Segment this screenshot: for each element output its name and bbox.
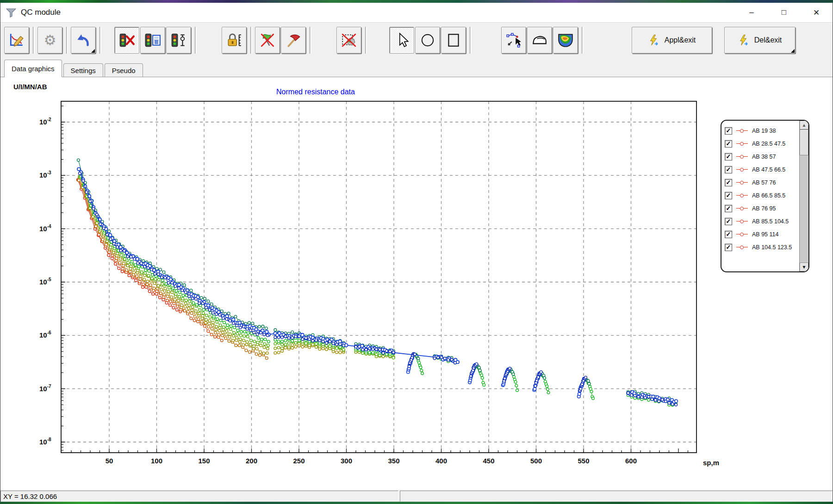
set-flag-button[interactable] xyxy=(281,27,306,54)
edit-graph-button[interactable] xyxy=(4,27,29,54)
legend-item[interactable]: ✓AB 28.5 47.5 xyxy=(725,137,799,150)
circle-select-icon xyxy=(419,32,436,49)
apply-exit-label: Appl&exit xyxy=(665,36,696,44)
remove-flag-button[interactable] xyxy=(255,27,280,54)
scrollbar-thumb[interactable] xyxy=(800,129,808,155)
y-tick-label: 10-6 xyxy=(39,330,51,339)
y-tick-label: 10-4 xyxy=(39,224,51,233)
traffic-light-delete-icon xyxy=(118,32,135,49)
legend-item[interactable]: ✓AB 76 95 xyxy=(725,202,799,215)
x-tick-label: 150 xyxy=(198,457,210,465)
lock-ruler-icon xyxy=(226,32,242,49)
close-button[interactable]: ✕ xyxy=(800,3,833,22)
pointer-tool-button[interactable] xyxy=(389,27,414,54)
x-tick-label: 550 xyxy=(578,457,589,465)
x-tick-label: 200 xyxy=(246,457,257,465)
legend-item[interactable]: ✓AB 95 114 xyxy=(725,228,799,241)
series-marker-icon xyxy=(736,233,748,237)
recalc-points-button[interactable] xyxy=(140,27,165,54)
smooth-button[interactable] xyxy=(527,27,552,54)
minimize-button[interactable]: – xyxy=(735,3,768,22)
circle-select-button[interactable] xyxy=(415,27,440,54)
toolbar: ⚙ xyxy=(0,22,833,59)
status-panel-secondary xyxy=(400,491,833,502)
undo-arrow-icon xyxy=(75,32,92,49)
x-tick-label: 600 xyxy=(625,457,637,465)
legend-item[interactable]: ✓AB 19 38 xyxy=(725,124,799,137)
legend-checkbox[interactable]: ✓ xyxy=(725,192,732,199)
x-axis-label: sp,m xyxy=(703,459,719,467)
legend-item[interactable]: ✓AB 38 57 xyxy=(725,150,799,163)
delete-exit-label: Del&exit xyxy=(754,36,782,44)
contour-map-button[interactable] xyxy=(553,27,578,54)
scroll-up-icon[interactable]: ▲ xyxy=(800,121,808,129)
series-marker-icon xyxy=(736,246,748,250)
toolbar-separator xyxy=(33,27,35,54)
no-flag-icon xyxy=(259,32,276,49)
maximize-button[interactable]: □ xyxy=(768,3,800,22)
series-marker-icon xyxy=(736,181,748,185)
chart-canvas[interactable]: Normed resistance dataU/I/MN/ABsp,m50100… xyxy=(0,77,833,490)
legend-checkbox[interactable]: ✓ xyxy=(725,205,732,212)
tab-pseudo[interactable]: Pseudo xyxy=(105,63,143,77)
window-controls: – □ ✕ xyxy=(735,3,833,22)
legend-checkbox[interactable]: ✓ xyxy=(725,218,732,225)
legend-item[interactable]: ✓AB 85.5 104.5 xyxy=(725,215,799,228)
legend-item[interactable]: ✓AB 57 76 xyxy=(725,176,799,189)
apply-and-exit-button[interactable]: Appl&exit xyxy=(632,27,712,54)
legend-checkbox[interactable]: ✓ xyxy=(725,127,732,135)
desktop-background-strip xyxy=(0,502,833,504)
legend-item-label: AB 66.5 85.5 xyxy=(752,192,785,199)
no-polygon-select-icon xyxy=(341,32,357,49)
undo-button[interactable] xyxy=(71,27,96,54)
y-tick-label: 10-5 xyxy=(39,277,51,286)
tab-settings[interactable]: Settings xyxy=(63,63,103,77)
toolbar-separator xyxy=(250,27,252,54)
scrollbar-track[interactable] xyxy=(800,155,808,263)
legend-item[interactable]: ✓AB 104.5 123.5 xyxy=(725,241,799,254)
tab-data-graphics[interactable]: Data graphics xyxy=(4,60,62,77)
delete-and-exit-button[interactable]: Del&exit xyxy=(724,27,796,54)
rect-select-icon xyxy=(445,32,462,49)
legend-checkbox[interactable]: ✓ xyxy=(725,179,732,186)
series-marker-icon xyxy=(736,207,748,211)
scroll-down-icon[interactable]: ▼ xyxy=(800,263,808,271)
edit-points-button[interactable] xyxy=(166,27,191,54)
legend-scrollbar[interactable]: ▲ ▼ xyxy=(799,121,808,271)
lock-scale-button[interactable] xyxy=(222,27,247,54)
legend-checkbox[interactable]: ✓ xyxy=(725,140,732,148)
legend-item-list: ✓AB 19 38✓AB 28.5 47.5✓AB 38 57✓AB 47.5 … xyxy=(721,121,799,271)
graph-pencil-icon xyxy=(8,32,25,49)
iron-smooth-icon xyxy=(531,32,548,49)
legend-item[interactable]: ✓AB 66.5 85.5 xyxy=(725,189,799,202)
legend-item[interactable]: ✓AB 47.5 66.5 xyxy=(725,163,799,176)
x-tick-label: 350 xyxy=(388,457,399,465)
move-points-button[interactable] xyxy=(501,27,526,54)
chart-panel: Normed resistance dataU/I/MN/ABsp,m50100… xyxy=(0,77,833,490)
x-tick-label: 400 xyxy=(435,457,447,465)
legend-checkbox[interactable]: ✓ xyxy=(725,244,732,251)
settings-button[interactable]: ⚙ xyxy=(37,27,62,54)
delete-points-button[interactable] xyxy=(114,27,139,54)
toolbar-separator xyxy=(470,27,472,54)
series-marker-icon xyxy=(736,142,748,146)
toolbar-separator xyxy=(66,27,68,54)
xy-coordinates-panel: XY = 16.32 0.066 xyxy=(0,491,398,502)
toolbar-separator xyxy=(310,27,311,54)
funnel-icon xyxy=(6,7,16,18)
legend-checkbox[interactable]: ✓ xyxy=(725,153,732,160)
series-marker-icon xyxy=(736,220,748,224)
series-marker-icon xyxy=(736,168,748,172)
contour-map-icon xyxy=(557,32,574,49)
series-legend: ✓AB 19 38✓AB 28.5 47.5✓AB 38 57✓AB 47.5 … xyxy=(721,120,809,272)
title-bar: QC module – □ ✕ xyxy=(0,3,833,22)
lightning-bolt-icon xyxy=(738,34,750,46)
legend-checkbox[interactable]: ✓ xyxy=(725,231,732,238)
y-tick-label: 10-8 xyxy=(39,437,51,446)
clear-selection-button[interactable] xyxy=(336,27,361,54)
lightning-bolt-icon xyxy=(648,34,660,46)
rect-select-button[interactable] xyxy=(441,27,466,54)
legend-item-label: AB 95 114 xyxy=(752,231,778,238)
red-flag-icon xyxy=(285,32,302,49)
legend-checkbox[interactable]: ✓ xyxy=(725,166,732,173)
